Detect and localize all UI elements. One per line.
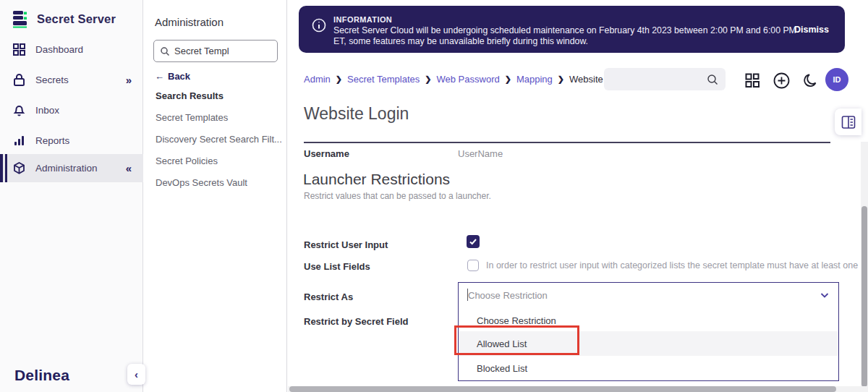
banner-title: INFORMATION bbox=[333, 15, 392, 24]
breadcrumb-separator-icon: ❯ bbox=[505, 74, 511, 84]
sidebar-item-label: Reports bbox=[35, 135, 69, 146]
administration-panel: Administration ← Back Search Results Sec… bbox=[144, 0, 287, 392]
restrict-user-input-label: Restrict User Input bbox=[304, 239, 388, 250]
dismiss-button[interactable]: Dismiss bbox=[794, 25, 829, 35]
maintenance-banner: INFORMATION Secret Server Cloud will be … bbox=[299, 6, 845, 53]
breadcrumb-separator-icon: ❯ bbox=[336, 74, 342, 84]
expand-chevron-icon[interactable]: » bbox=[126, 74, 132, 86]
chevron-down-icon[interactable] bbox=[820, 290, 830, 300]
back-link[interactable]: ← Back bbox=[155, 71, 190, 82]
username-field-label: Username bbox=[304, 148, 349, 159]
moon-icon bbox=[803, 72, 820, 89]
search-results-heading: Search Results bbox=[156, 90, 224, 101]
sidebar-item-label: Administration bbox=[35, 163, 98, 174]
panel-item-secret-policies[interactable]: Secret Policies bbox=[156, 155, 218, 166]
search-icon bbox=[160, 46, 170, 56]
primary-sidebar: Secret Server Dashboard Secrets » bbox=[0, 0, 143, 392]
search-icon bbox=[707, 74, 718, 85]
main-content: INFORMATION Secret Server Cloud will be … bbox=[288, 0, 868, 392]
restrict-as-label: Restrict As bbox=[304, 291, 353, 302]
delinea-brand-logo: Delinea bbox=[14, 367, 69, 384]
secret-server-logo-icon bbox=[10, 9, 30, 29]
back-arrow-icon: ← bbox=[155, 71, 164, 82]
use-list-fields-checkbox[interactable] bbox=[467, 260, 479, 271]
use-list-fields-label: Use List Fields bbox=[304, 261, 370, 272]
sidebar-item-label: Inbox bbox=[35, 105, 59, 116]
app-grid-icon bbox=[744, 72, 760, 88]
panel-item-secret-templates[interactable]: Secret Templates bbox=[156, 112, 228, 123]
dropdown-option-choose-restriction[interactable]: Choose Restriction bbox=[459, 310, 838, 331]
dropdown-selected-value: Choose Restriction bbox=[468, 290, 548, 301]
app-title: Secret Server bbox=[37, 12, 116, 26]
dropdown-option-allowed-list[interactable]: Allowed List bbox=[459, 331, 838, 356]
plus-circle-icon bbox=[773, 72, 791, 90]
app-logo[interactable]: Secret Server bbox=[10, 9, 116, 29]
user-avatar[interactable]: ID bbox=[825, 68, 848, 91]
sidebar-item-dashboard[interactable]: Dashboard bbox=[0, 35, 143, 64]
collapse-chevron-icon[interactable]: « bbox=[126, 162, 132, 174]
package-icon bbox=[12, 161, 26, 175]
panel-item-devops-secrets-vault[interactable]: DevOps Secrets Vault bbox=[156, 177, 247, 188]
app-launcher-button[interactable] bbox=[742, 70, 762, 90]
breadcrumb-mapping[interactable]: Mapping bbox=[516, 74, 553, 85]
restrict-user-input-checkbox[interactable] bbox=[467, 235, 480, 248]
sidebar-collapse-button[interactable]: ‹ bbox=[127, 364, 145, 385]
horizontal-scrollbar-thumb[interactable] bbox=[289, 386, 836, 392]
lock-icon bbox=[12, 73, 26, 87]
sidebar-item-administration[interactable]: Administration « bbox=[0, 154, 143, 182]
username-field-value: UserName bbox=[458, 148, 503, 159]
launcher-restrictions-subtitle: Restrict values that can be passed to a … bbox=[304, 191, 491, 201]
sidebar-item-inbox[interactable]: Inbox bbox=[0, 95, 143, 124]
dashboard-grid-icon bbox=[12, 43, 26, 56]
section-divider bbox=[304, 142, 830, 143]
sidebar-item-reports[interactable]: Reports bbox=[0, 126, 143, 155]
breadcrumb: Admin ❯ Secret Templates ❯ Web Password … bbox=[304, 74, 629, 85]
back-label: Back bbox=[168, 71, 190, 82]
global-search-input[interactable] bbox=[611, 68, 705, 90]
admin-search-input[interactable] bbox=[174, 46, 261, 56]
use-list-fields-help-text: In order to restrict user input with cat… bbox=[486, 260, 859, 270]
app-window: Secret Server Dashboard Secrets » bbox=[0, 0, 868, 392]
launcher-restrictions-heading: Launcher Restrictions bbox=[303, 171, 450, 188]
checkmark-icon bbox=[469, 237, 477, 246]
dropdown-option-blocked-list[interactable]: Blocked List bbox=[459, 357, 838, 379]
side-panel-toggle-button[interactable] bbox=[835, 108, 861, 135]
page-title: Website Login bbox=[304, 104, 409, 124]
panel-title: Administration bbox=[155, 16, 224, 28]
admin-search-box[interactable] bbox=[153, 40, 278, 62]
sidebar-item-label: Secrets bbox=[35, 74, 69, 85]
vertical-scrollbar-thumb[interactable] bbox=[861, 206, 867, 387]
create-new-button[interactable] bbox=[771, 70, 791, 90]
breadcrumb-web-password[interactable]: Web Password bbox=[437, 74, 500, 85]
info-icon bbox=[311, 17, 327, 33]
global-search-box[interactable] bbox=[604, 68, 726, 90]
breadcrumb-separator-icon: ❯ bbox=[425, 74, 431, 84]
breadcrumb-admin[interactable]: Admin bbox=[304, 74, 331, 85]
banner-message: Secret Server Cloud will be undergoing s… bbox=[333, 25, 802, 47]
breadcrumb-separator-icon: ❯ bbox=[558, 74, 564, 84]
panel-item-discovery-secret-search[interactable]: Discovery Secret Search Filt... bbox=[156, 134, 282, 145]
bar-chart-icon bbox=[12, 134, 26, 148]
dark-mode-toggle[interactable] bbox=[801, 70, 821, 90]
sidebar-item-secrets[interactable]: Secrets » bbox=[0, 65, 143, 94]
panel-layout-icon bbox=[841, 114, 856, 130]
breadcrumb-secret-templates[interactable]: Secret Templates bbox=[347, 74, 420, 85]
sidebar-item-label: Dashboard bbox=[35, 44, 83, 55]
restrict-as-dropdown[interactable]: Choose Restriction Choose Restriction Al… bbox=[458, 282, 839, 381]
bell-icon bbox=[12, 103, 26, 117]
restrict-by-secret-field-label: Restrict by Secret Field bbox=[304, 316, 409, 327]
